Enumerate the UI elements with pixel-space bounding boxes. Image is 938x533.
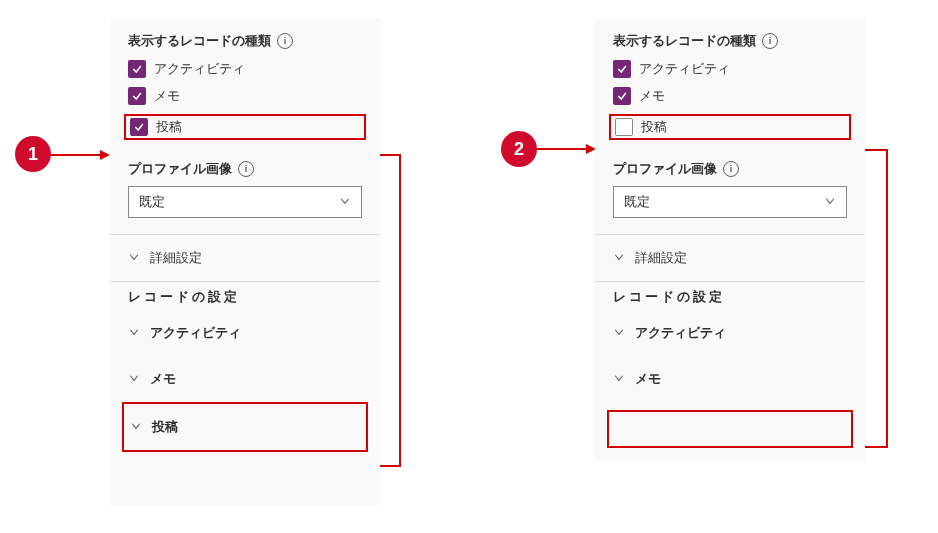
checkbox-memo[interactable]	[613, 87, 631, 105]
settings-panel-1: 表示するレコードの種類 i アクティビティ メモ 投稿 プロファイル画像 i	[110, 18, 380, 505]
step-badge-1-label: 1	[28, 144, 38, 165]
expander-memo-label: メモ	[150, 370, 176, 388]
info-icon[interactable]: i	[277, 33, 293, 49]
checkbox-post-unchecked[interactable]	[615, 118, 633, 136]
step-badge-2-label: 2	[514, 139, 524, 160]
checkbox-post-label: 投稿	[156, 118, 182, 136]
records-type-label: 表示するレコードの種類	[128, 32, 271, 50]
expander-activity[interactable]: アクティビティ	[613, 310, 847, 356]
profile-image-title: プロファイル画像 i	[613, 160, 847, 178]
expander-memo[interactable]: メモ	[128, 356, 362, 402]
chevron-down-icon	[613, 372, 625, 387]
checkbox-activity[interactable]	[613, 60, 631, 78]
checkbox-row-memo: メモ	[613, 87, 847, 105]
records-settings-heading: レコードの設定	[613, 282, 847, 310]
checkbox-row-post-highlighted: 投稿	[124, 114, 366, 140]
expander-memo-label: メモ	[635, 370, 661, 388]
expander-activity-label: アクティビティ	[150, 324, 241, 342]
checkbox-activity[interactable]	[128, 60, 146, 78]
records-type-title: 表示するレコードの種類 i	[613, 32, 847, 50]
empty-highlight-box	[607, 410, 853, 448]
records-settings-heading: レコードの設定	[128, 282, 362, 310]
checkbox-row-activity: アクティビティ	[613, 60, 847, 78]
records-type-label: 表示するレコードの種類	[613, 32, 756, 50]
profile-image-select-value: 既定	[624, 193, 650, 211]
checkbox-post-label: 投稿	[641, 118, 667, 136]
checkbox-row-memo: メモ	[128, 87, 362, 105]
expander-advanced[interactable]: 詳細設定	[613, 235, 847, 281]
records-type-title: 表示するレコードの種類 i	[128, 32, 362, 50]
expander-advanced-label: 詳細設定	[635, 249, 687, 267]
expander-advanced[interactable]: 詳細設定	[128, 235, 362, 281]
profile-image-select-value: 既定	[139, 193, 165, 211]
chevron-down-icon	[128, 326, 140, 341]
chevron-down-icon	[128, 251, 140, 266]
expander-post-label: 投稿	[152, 418, 178, 436]
profile-image-select[interactable]: 既定	[613, 186, 847, 218]
checkbox-row-post-highlighted: 投稿	[609, 114, 851, 140]
expander-memo[interactable]: メモ	[613, 356, 847, 402]
step-badge-2: 2	[501, 131, 537, 167]
checkbox-memo-label: メモ	[154, 87, 180, 105]
profile-image-title: プロファイル画像 i	[128, 160, 362, 178]
info-icon[interactable]: i	[238, 161, 254, 177]
checkbox-activity-label: アクティビティ	[154, 60, 245, 78]
expander-post-highlighted[interactable]: 投稿	[122, 402, 368, 452]
chevron-down-icon	[128, 372, 140, 387]
info-icon[interactable]: i	[762, 33, 778, 49]
expander-activity[interactable]: アクティビティ	[128, 310, 362, 356]
settings-panel-2: 表示するレコードの種類 i アクティビティ メモ 投稿 プロファイル画像 i 既…	[595, 18, 865, 462]
chevron-down-icon	[339, 195, 351, 210]
profile-image-select[interactable]: 既定	[128, 186, 362, 218]
chevron-down-icon	[824, 195, 836, 210]
svg-marker-1	[100, 150, 110, 160]
expander-activity-label: アクティビティ	[635, 324, 726, 342]
profile-image-label: プロファイル画像	[128, 160, 232, 178]
checkbox-post[interactable]	[130, 118, 148, 136]
checkbox-memo[interactable]	[128, 87, 146, 105]
info-icon[interactable]: i	[723, 161, 739, 177]
checkbox-row-activity: アクティビティ	[128, 60, 362, 78]
chevron-down-icon	[130, 420, 142, 435]
chevron-down-icon	[613, 251, 625, 266]
checkbox-memo-label: メモ	[639, 87, 665, 105]
expander-advanced-label: 詳細設定	[150, 249, 202, 267]
profile-image-label: プロファイル画像	[613, 160, 717, 178]
checkbox-activity-label: アクティビティ	[639, 60, 730, 78]
step-badge-1: 1	[15, 136, 51, 172]
chevron-down-icon	[613, 326, 625, 341]
